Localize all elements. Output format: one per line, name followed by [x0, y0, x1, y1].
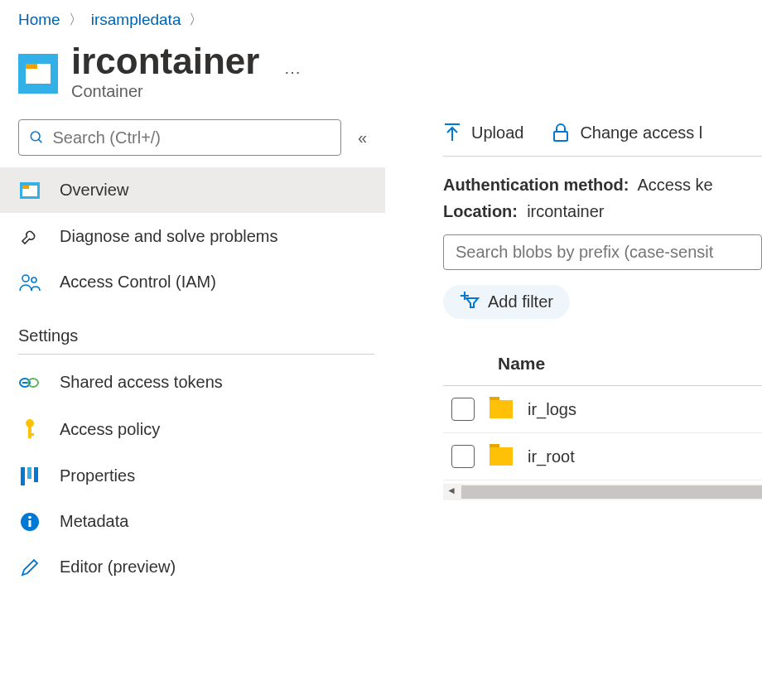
chevron-right-icon: 〉	[69, 10, 83, 29]
row-name: ir_logs	[528, 400, 576, 419]
svg-rect-12	[21, 467, 25, 485]
svg-rect-10	[28, 427, 31, 438]
svg-rect-16	[29, 520, 31, 527]
nav-iam[interactable]: Access Control (IAM)	[0, 259, 385, 305]
nav-label: Diagnose and solve problems	[60, 227, 278, 246]
horizontal-scrollbar[interactable]	[443, 484, 762, 500]
nav-editor[interactable]: Editor (preview)	[0, 544, 385, 590]
toolbar-label: Upload	[471, 123, 523, 142]
svg-rect-4	[22, 186, 29, 189]
svg-rect-14	[34, 467, 38, 482]
svg-rect-13	[27, 467, 31, 479]
auth-method-value: Access ke	[637, 176, 712, 194]
table-row[interactable]: ir_logs	[443, 386, 762, 433]
add-filter-label: Add filter	[488, 292, 553, 311]
nav-label: Editor (preview)	[60, 558, 176, 577]
table-head-name[interactable]: Name	[443, 344, 762, 386]
svg-point-17	[28, 515, 31, 519]
main-content: Upload Change access l Authentication me…	[385, 118, 762, 590]
overview-icon	[18, 182, 41, 199]
svg-point-0	[31, 132, 40, 141]
svg-rect-11	[28, 433, 34, 436]
collapse-sidebar-button[interactable]: «	[358, 128, 367, 147]
filter-icon	[460, 292, 480, 312]
meta-block: Authentication method: Access ke Locatio…	[443, 157, 762, 234]
search-icon	[29, 129, 44, 146]
nav-label: Properties	[60, 466, 135, 485]
location-label: Location:	[443, 202, 518, 220]
key-icon	[18, 418, 41, 440]
nav-overview[interactable]: Overview	[0, 167, 385, 213]
row-name: ir_root	[528, 447, 575, 466]
sidebar-search[interactable]	[18, 119, 341, 156]
nav-label: Access Control (IAM)	[60, 273, 216, 292]
container-icon	[18, 54, 58, 94]
link-icon	[18, 376, 41, 389]
pencil-icon	[18, 558, 41, 577]
change-access-button[interactable]: Change access l	[552, 123, 702, 142]
svg-point-6	[31, 278, 36, 282]
table-row[interactable]: ir_root	[443, 433, 762, 480]
nav-properties[interactable]: Properties	[0, 453, 385, 499]
blob-table: Name ir_logs ir_root	[443, 344, 762, 500]
svg-line-1	[39, 139, 42, 142]
folder-icon	[490, 447, 513, 466]
sidebar: « Overview Diagnose and solve problems A…	[0, 118, 385, 590]
folder-icon	[490, 400, 513, 418]
breadcrumb: Home 〉 irsampledata 〉	[0, 0, 762, 34]
properties-icon	[18, 467, 41, 485]
more-actions-button[interactable]: ⋯	[284, 62, 301, 82]
breadcrumb-home[interactable]: Home	[18, 11, 60, 29]
upload-icon	[443, 123, 461, 142]
row-checkbox[interactable]	[451, 398, 475, 421]
breadcrumb-parent[interactable]: irsampledata	[91, 11, 181, 29]
add-filter-button[interactable]: Add filter	[443, 285, 570, 319]
nav-metadata[interactable]: Metadata	[0, 499, 385, 544]
chevron-right-icon: 〉	[189, 10, 203, 29]
nav-label: Shared access tokens	[60, 373, 223, 392]
svg-rect-20	[554, 132, 567, 141]
sidebar-search-input[interactable]	[52, 128, 330, 147]
svg-point-5	[22, 275, 29, 282]
nav-label: Metadata	[60, 512, 128, 531]
auth-method-label: Authentication method:	[443, 176, 629, 194]
wrench-icon	[18, 226, 41, 246]
nav-shared-tokens[interactable]: Shared access tokens	[0, 360, 385, 405]
svg-point-9	[26, 419, 34, 427]
blob-search-input[interactable]	[456, 243, 750, 262]
location-value: ircontainer	[527, 202, 604, 220]
nav-access-policy[interactable]: Access policy	[0, 405, 385, 453]
page-header: ircontainer Container ⋯	[0, 34, 762, 118]
toolbar: Upload Change access l	[443, 118, 762, 157]
divider	[18, 354, 374, 355]
toolbar-label: Change access l	[580, 123, 702, 142]
nav-diagnose[interactable]: Diagnose and solve problems	[0, 213, 385, 259]
nav-label: Access policy	[60, 420, 160, 439]
svg-marker-23	[466, 298, 478, 307]
nav-label: Overview	[60, 181, 128, 200]
upload-button[interactable]: Upload	[443, 123, 523, 142]
lock-icon	[552, 123, 570, 142]
page-subtitle: Container	[71, 82, 259, 101]
blob-search[interactable]	[443, 234, 762, 270]
section-settings-label: Settings	[0, 305, 385, 354]
info-icon	[18, 513, 41, 531]
people-icon	[18, 273, 41, 292]
row-checkbox[interactable]	[451, 445, 475, 468]
page-title: ircontainer	[71, 42, 259, 80]
